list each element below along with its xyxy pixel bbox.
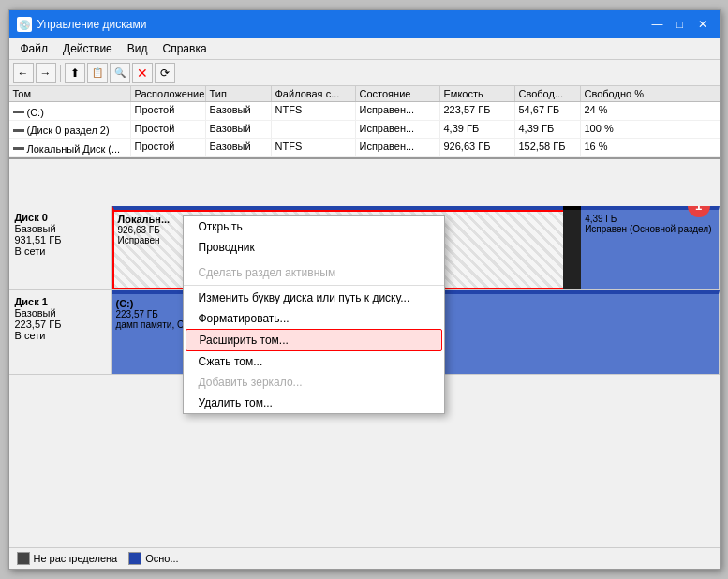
cell-cap-1: 4,39 ГБ	[440, 121, 515, 139]
main-window: 💿 Управление дисками — □ ✕ Файл Действие…	[8, 9, 721, 570]
minimize-button[interactable]: —	[648, 15, 667, 34]
legend-item-primary: Осно...	[128, 552, 178, 565]
cell-free-2: 152,58 ГБ	[515, 139, 581, 156]
table-header: Том Расположение... Тип Файловая с... Со…	[9, 86, 720, 102]
disk-1-info: Диск 1 Базовый 223,57 ГБ В сети	[9, 290, 112, 374]
context-menu-open[interactable]: Открыть	[184, 216, 444, 237]
legend-item-unallocated: Не распределена	[17, 552, 118, 565]
cell-loc-0: Простой	[131, 102, 206, 120]
context-menu-change-letter[interactable]: Изменить букву диска или путь к диску...	[184, 288, 444, 308]
content-area: Том Расположение... Тип Файловая с... Со…	[9, 86, 720, 569]
empty-space	[9, 159, 720, 206]
context-menu-add-mirror: Добавить зеркало...	[184, 372, 444, 393]
toolbar: ← → ⬆ 📋 🔍 ✕ ⟳	[9, 60, 720, 86]
cell-loc-2: Простой	[131, 139, 206, 156]
maximize-button[interactable]: □	[671, 15, 690, 34]
col-free-pct: Свободно %	[581, 86, 646, 101]
cell-loc-1: Простой	[131, 121, 206, 139]
cell-cap-2: 926,63 ГБ	[440, 139, 515, 156]
table-row[interactable]: (Диск 0 раздел 2) Простой Базовый Исправ…	[9, 121, 720, 140]
disk-0-size: 931,51 ГБ	[15, 234, 106, 245]
titlebar: 💿 Управление дисками — □ ✕	[9, 10, 720, 38]
menu-file[interactable]: Файл	[13, 40, 56, 57]
disk-0-status: В сети	[15, 245, 106, 257]
col-filesystem: Файловая с...	[272, 86, 356, 101]
cell-cap-0: 223,57 ГБ	[440, 102, 515, 120]
partition-0-1-status: Исправен (Основной раздел)	[585, 224, 714, 234]
window-title: Управление дисками	[37, 18, 147, 31]
legend: Не распределена Осно...	[9, 547, 720, 569]
disk-1-status: В сети	[15, 330, 106, 341]
disk-1-type: Базовый	[15, 307, 106, 319]
cell-status-1: Исправен...	[356, 121, 440, 139]
col-status: Состояние	[356, 86, 440, 101]
disk-1-name: Диск 1	[15, 296, 106, 307]
properties-button[interactable]: 📋	[87, 63, 108, 83]
table-row[interactable]: Локальный Диск (... Простой Базовый NTFS…	[9, 139, 720, 157]
legend-color-unallocated	[17, 552, 30, 565]
col-free: Свобод...	[515, 86, 581, 101]
app-icon: 💿	[17, 17, 32, 32]
col-tip: Тип	[206, 86, 272, 101]
col-raspolozhenie: Расположение...	[131, 86, 206, 101]
cell-freepct-1: 100 %	[581, 121, 646, 139]
cell-tom-1: (Диск 0 раздел 2)	[9, 121, 131, 139]
bottom-disk-view: Диск 0 Базовый 931,51 ГБ В сети Локальн.…	[9, 206, 720, 570]
menu-help[interactable]: Справка	[156, 40, 215, 57]
context-menu-format[interactable]: Форматировать...	[184, 308, 444, 329]
context-menu-delete[interactable]: Удалить том...	[184, 393, 444, 413]
cell-type-0: Базовый	[206, 102, 272, 120]
disk-0-partition-1[interactable]: 4,39 ГБ Исправен (Основной раздел)	[581, 206, 719, 290]
forward-button[interactable]: →	[36, 63, 56, 83]
cell-free-0: 54,67 ГБ	[515, 102, 581, 120]
legend-color-primary	[128, 552, 141, 565]
disk-1-size: 223,57 ГБ	[15, 319, 106, 330]
menu-action[interactable]: Действие	[55, 40, 120, 57]
cell-fs-2: NTFS	[272, 139, 356, 156]
disk-0-black	[563, 206, 581, 290]
toolbar-sep-1	[60, 65, 61, 82]
disk-table: Том Расположение... Тип Файловая с... Со…	[9, 86, 720, 159]
context-menu-sep-1	[184, 260, 444, 260]
disk-0-type: Базовый	[15, 223, 106, 234]
context-menu-shrink[interactable]: Сжать том...	[184, 351, 444, 372]
menu-view[interactable]: Вид	[120, 40, 156, 57]
cell-status-2: Исправен...	[356, 139, 440, 156]
menubar: Файл Действие Вид Справка	[9, 38, 720, 60]
context-menu-extend[interactable]: Расширить том...	[186, 329, 442, 351]
help-button[interactable]: 🔍	[110, 63, 130, 83]
legend-label-primary: Осно...	[145, 553, 178, 564]
up-button[interactable]: ⬆	[65, 63, 85, 83]
cell-tom-0: (C:)	[9, 102, 131, 120]
cell-freepct-2: 16 %	[581, 139, 646, 156]
cell-fs-0: NTFS	[272, 102, 356, 120]
cell-type-2: Базовый	[206, 139, 272, 156]
context-menu-make-active: Сделать раздел активным	[184, 262, 444, 283]
refresh-button[interactable]: ⟳	[155, 63, 175, 83]
cell-freepct-0: 24 %	[581, 102, 646, 120]
titlebar-controls: — □ ✕	[648, 15, 712, 34]
cell-fs-1	[272, 121, 356, 139]
titlebar-left: 💿 Управление дисками	[17, 17, 147, 32]
legend-label-unallocated: Не распределена	[34, 553, 118, 564]
table-body: (C:) Простой Базовый NTFS Исправен... 22…	[9, 102, 720, 157]
back-button[interactable]: ←	[13, 63, 34, 83]
cell-tom-2: Локальный Диск (...	[9, 139, 131, 156]
table-row[interactable]: (C:) Простой Базовый NTFS Исправен... 22…	[9, 102, 720, 121]
disk-0-name: Диск 0	[15, 212, 106, 223]
cell-type-1: Базовый	[206, 121, 272, 139]
disk-0-info: Диск 0 Базовый 931,51 ГБ В сети	[9, 206, 112, 290]
col-capacity: Емкость	[440, 86, 515, 101]
close-button[interactable]: ✕	[693, 15, 712, 34]
context-menu-sep-2	[184, 285, 444, 286]
col-tom: Том	[9, 86, 131, 101]
cell-status-0: Исправен...	[356, 102, 440, 120]
delete-button[interactable]: ✕	[132, 63, 153, 83]
context-menu: Открыть Проводник Сделать раздел активны…	[183, 215, 445, 414]
context-menu-explorer[interactable]: Проводник	[184, 237, 444, 258]
cell-free-1: 4,39 ГБ	[515, 121, 581, 139]
